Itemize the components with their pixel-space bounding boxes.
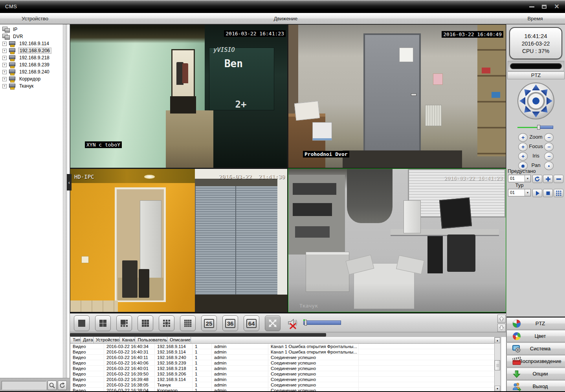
- layout-1-button[interactable]: [74, 315, 90, 331]
- device-tree-item[interactable]: + 192.168.9.240: [0, 68, 65, 75]
- layout-16-button[interactable]: [180, 315, 196, 331]
- tour-select[interactable]: 01 ▼: [508, 189, 531, 196]
- log-scroll-down-button[interactable]: ▼: [495, 386, 500, 392]
- refresh-button[interactable]: [58, 381, 67, 390]
- log-column-header[interactable]: Тип: [70, 337, 81, 343]
- layout-4-button[interactable]: [95, 315, 111, 331]
- log-cell-type: Видео: [70, 349, 104, 354]
- iris-close-button[interactable]: −: [544, 152, 554, 161]
- log-row[interactable]: Видео 2016-03-22 16:40:11 192.168.9.240 …: [70, 355, 494, 360]
- log-row[interactable]: Видео 2016-03-22 16:39:50 192.168.9.206 …: [70, 371, 494, 377]
- ptz-joystick[interactable]: [517, 82, 555, 120]
- zoom-out-button[interactable]: −: [544, 133, 554, 142]
- menu-button[interactable]: Цвет: [506, 330, 565, 342]
- close-button[interactable]: ✕: [552, 3, 561, 10]
- device-label: DVR: [12, 34, 24, 39]
- channel-up-button[interactable]: [497, 315, 506, 323]
- tree-expander-icon[interactable]: +: [2, 70, 7, 74]
- volume-thumb[interactable]: [305, 320, 307, 326]
- camera-cell-top-left[interactable]: yVISIO Ben 2+ 2016-03-22 16:41:23 XYN c …: [70, 24, 288, 168]
- tree-expander-icon[interactable]: +: [2, 84, 7, 88]
- log-cell-date: 2016-03-22 16:38:05: [104, 382, 155, 387]
- preset-add-button[interactable]: [543, 175, 553, 183]
- device-tree-item[interactable]: + 192.168.9.239: [0, 61, 65, 68]
- layout-25-button[interactable]: 25: [201, 315, 217, 331]
- device-tree-item[interactable]: + 192.168.9.206: [0, 47, 65, 54]
- device-tree-item[interactable]: + DVR: [0, 33, 65, 40]
- camera-cell-top-right[interactable]: 2016-03-22 16:40:49 Prohodnoi Dvor: [288, 24, 506, 168]
- tour-stop-button[interactable]: [543, 189, 553, 197]
- device-tree-item[interactable]: + Корридор: [0, 75, 65, 82]
- preset-goto-button[interactable]: [532, 175, 542, 183]
- device-label: Корридор: [18, 76, 42, 82]
- log-row[interactable]: Видео 2016-03-22 16:40:31 192.168.9.114 …: [70, 349, 494, 355]
- horizontal-scrollbar[interactable]: [70, 332, 506, 337]
- preset-select[interactable]: 01 ▼: [508, 175, 531, 182]
- header-motion: Движение: [274, 16, 298, 22]
- search-icon: [49, 382, 55, 389]
- layout-13-button[interactable]: [159, 315, 174, 331]
- refresh-icon: [59, 382, 66, 389]
- log-row[interactable]: Видео 2016-03-22 16:38:05 Ткачук 1 admin…: [70, 382, 494, 388]
- ptz-joystick-icon: [517, 82, 555, 120]
- log-scroll-up-button[interactable]: ▲: [495, 337, 500, 343]
- log-row[interactable]: Видео 2016-03-22 16:40:06 192.168.9.239 …: [70, 360, 494, 366]
- fullscreen-button[interactable]: [265, 315, 281, 331]
- horizontal-scrollbar-thumb[interactable]: [70, 333, 326, 337]
- log-column-header[interactable]: Устройство: [94, 337, 120, 343]
- layout-9-button[interactable]: [138, 315, 153, 331]
- layout-6-button[interactable]: [116, 315, 132, 331]
- chevron-down-icon[interactable]: ▼: [525, 175, 530, 182]
- log-column-header[interactable]: Дата: [81, 337, 93, 343]
- minimize-icon: [529, 6, 534, 7]
- log-column-header[interactable]: Описание: [167, 337, 191, 343]
- focus-out-button[interactable]: −: [544, 143, 554, 151]
- device-tree-item[interactable]: + IP: [0, 26, 65, 33]
- tour-pattern-button[interactable]: [554, 189, 563, 197]
- log-cell-description: Соединение успешно: [268, 355, 359, 360]
- slider-thumb[interactable]: [537, 125, 540, 130]
- log-row[interactable]: Видео 2016-03-22 16:40:34 192.168.9.114 …: [70, 344, 494, 349]
- channel-down-button[interactable]: [497, 324, 506, 332]
- device-tree-item[interactable]: + 192.168.9.218: [0, 54, 65, 61]
- tree-expander-icon[interactable]: +: [2, 56, 7, 60]
- log-row[interactable]: Видео 2016-03-22 16:40:01 192.168.9.218 …: [70, 366, 494, 371]
- menu-button[interactable]: PTZ: [506, 317, 565, 330]
- layout-36-button[interactable]: 36: [222, 315, 238, 331]
- sidebar-scrollbar[interactable]: [63, 24, 67, 378]
- maximize-button[interactable]: [540, 3, 548, 10]
- chevron-down-icon[interactable]: ▼: [525, 189, 530, 196]
- tree-expander-icon[interactable]: +: [2, 63, 7, 67]
- search-input[interactable]: [2, 381, 46, 390]
- log-scrollbar-thumb[interactable]: [495, 360, 500, 370]
- preset-remove-button[interactable]: [554, 175, 563, 183]
- search-button[interactable]: [48, 381, 57, 390]
- arrow-down-icon: [499, 325, 504, 331]
- camera-cell-bottom-right[interactable]: 2016-03-22 16:41:23 Ткачук: [288, 169, 506, 312]
- volume-slider[interactable]: [303, 321, 341, 325]
- log-row[interactable]: Видео 2016-03-22 16:39:48 192.168.9.114 …: [70, 377, 494, 382]
- menu-button[interactable]: Выход: [506, 380, 565, 392]
- tree-expander-icon[interactable]: +: [2, 42, 7, 46]
- ptz-speed-slider[interactable]: [517, 125, 554, 130]
- log-cell-description: Соединение успешно: [268, 366, 359, 371]
- log-column-header[interactable]: Канал: [120, 337, 136, 343]
- mute-button[interactable]: [287, 317, 300, 330]
- log-scrollbar[interactable]: ▲ ▼: [494, 337, 501, 392]
- menu-button[interactable]: Опции: [506, 368, 565, 380]
- minimize-button[interactable]: [527, 3, 536, 10]
- device-label: 192.168.9.206: [18, 48, 51, 54]
- menu-button[interactable]: Воспроизведение: [506, 355, 565, 367]
- tree-expander-icon[interactable]: +: [2, 77, 7, 81]
- device-tree-item[interactable]: + 192.168.9.114: [0, 40, 65, 47]
- sidebar-collapse-handle[interactable]: ‹: [67, 174, 72, 191]
- log-row[interactable]: Видео 2016-03-22 16:38:04 Корридор 1 adm…: [70, 388, 494, 392]
- tour-play-button[interactable]: [532, 189, 542, 197]
- tree-expander-icon[interactable]: +: [2, 49, 7, 53]
- device-tree-item[interactable]: + Ткачук: [0, 82, 65, 90]
- camera-cell-bottom-left[interactable]: HD-IPC 2016-03-22 21:41:30: [70, 169, 288, 312]
- layout-64-button[interactable]: 64: [244, 315, 259, 331]
- log-column-header[interactable]: Пользователь: [135, 337, 167, 343]
- scene-shape: [122, 260, 138, 298]
- menu-button[interactable]: Система: [506, 343, 565, 355]
